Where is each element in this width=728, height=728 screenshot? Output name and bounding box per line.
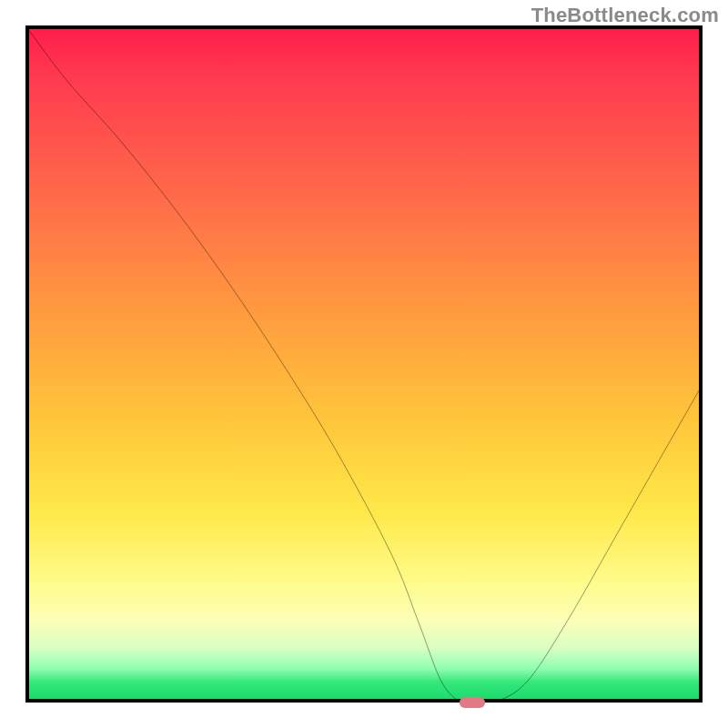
watermark-text: TheBottleneck.com bbox=[531, 4, 719, 27]
plot-area bbox=[25, 25, 703, 703]
optimal-point-marker bbox=[460, 697, 485, 708]
bottleneck-curve-path bbox=[25, 25, 703, 703]
curve-svg bbox=[25, 25, 703, 703]
bottleneck-chart: TheBottleneck.com bbox=[0, 0, 728, 728]
